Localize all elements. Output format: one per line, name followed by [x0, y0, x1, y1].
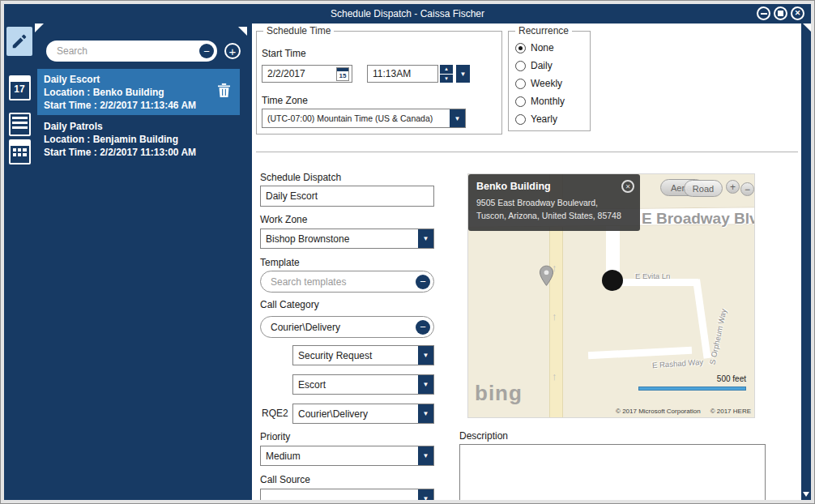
radio-icon [515, 79, 526, 89]
title-bar[interactable]: Schedule Dispatch - Caissa Fischer ✕ [4, 4, 811, 23]
collapse-corner-icon [803, 23, 811, 32]
item-title: Daily Escort [44, 73, 233, 86]
work-zone-label: Work Zone [260, 214, 307, 225]
minus-icon: − [745, 185, 750, 194]
template-search-input[interactable] [261, 276, 416, 288]
window-frame: Schedule Dispatch - Caissa Fischer ✕ 17 [0, 0, 815, 504]
restore-button[interactable] [774, 6, 787, 20]
minimize-button[interactable] [757, 6, 770, 20]
chevron-down-icon: ▼ [418, 489, 433, 500]
window-title: Schedule Dispatch - Caissa Fischer [331, 8, 484, 19]
calendar-17-icon: 17 [9, 75, 31, 100]
rqe2-value: Courier\Delivery [293, 408, 418, 420]
map-scale-bar [638, 387, 746, 391]
road-label-broadway: E Broadway Blv [642, 210, 755, 228]
chevron-down-icon: ▼ [418, 375, 433, 394]
map-road-rashad [588, 347, 692, 360]
chevron-down-icon: ▼ [460, 70, 467, 78]
scroll-down-icon[interactable] [803, 492, 809, 497]
description-label: Description [459, 430, 508, 442]
zoom-in-button[interactable]: + [726, 180, 740, 194]
calendar-agenda-tool[interactable] [6, 112, 32, 137]
map-pin-icon[interactable] [539, 265, 554, 287]
item-title: Daily Patrols [44, 120, 233, 133]
rqe2-dropdown[interactable]: Courier\Delivery ▼ [292, 404, 434, 424]
start-date-value: 2/2/2017 [267, 68, 305, 79]
map-scale-label: 500 feet [717, 374, 746, 383]
radio-selected-icon [515, 43, 526, 53]
calendar-picker-icon[interactable]: 15 [336, 67, 349, 81]
subtype-dropdown[interactable]: Escort ▼ [292, 374, 434, 395]
recurrence-option-weekly[interactable]: Weekly [515, 77, 562, 90]
clear-search-button[interactable]: − [199, 44, 214, 58]
start-time-field[interactable]: 11:13AM [367, 65, 438, 83]
close-icon: ✕ [795, 10, 801, 17]
window-controls: ✕ [757, 6, 804, 20]
radio-icon [515, 96, 526, 107]
recurrence-option-yearly[interactable]: Yearly [515, 113, 557, 126]
vertical-scrollbar[interactable] [801, 23, 811, 500]
road-label-evita: E Evita Ln [635, 271, 670, 280]
recurrence-option-monthly[interactable]: Monthly [515, 95, 565, 108]
left-toolbar: 17 [4, 23, 35, 500]
delete-icon[interactable] [218, 83, 230, 98]
close-button[interactable]: ✕ [791, 6, 804, 20]
minus-icon: − [203, 46, 210, 57]
call-source-dropdown[interactable]: ▼ [260, 489, 434, 500]
description-textarea[interactable] [459, 444, 766, 500]
agenda-icon [9, 113, 31, 136]
spin-up-icon: ▲ [444, 66, 449, 71]
spin-up-button[interactable]: ▲ [440, 65, 453, 74]
location-callout: Benko Building ✕ 9505 East Broadway Boul… [468, 174, 640, 231]
recurrence-option-none[interactable]: None [515, 41, 554, 54]
collapse-arrow-icon[interactable] [238, 27, 247, 36]
map-copyright: © 2017 Microsoft Corporation © 2017 HERE [616, 408, 751, 415]
road-view-button[interactable]: Road [684, 180, 723, 197]
list-item[interactable]: Daily Patrols Location : Benjamin Buildi… [37, 116, 240, 162]
priority-dropdown[interactable]: Medium ▼ [260, 446, 434, 466]
subcategory-dropdown[interactable]: Security Request ▼ [292, 345, 434, 365]
edit-schedule-tool[interactable] [6, 27, 32, 56]
plus-icon: + [730, 182, 736, 192]
section-divider [256, 152, 798, 152]
time-dropdown-button[interactable]: ▼ [456, 65, 470, 83]
clear-call-category-button[interactable]: − [416, 320, 430, 335]
pen-icon [11, 32, 28, 50]
recurrence-group: Recurrence None Daily Weekly Monthly Yea… [508, 31, 591, 131]
list-item[interactable]: Daily Escort Location : Benko Building S… [37, 69, 240, 115]
calendar-month-tool[interactable] [6, 139, 32, 165]
item-location: Location : Benko Building [44, 86, 233, 99]
location-marker[interactable] [602, 270, 623, 291]
road-label-orpheum: S Orpheum Way [706, 304, 728, 369]
time-zone-dropdown[interactable]: (UTC-07:00) Mountain Time (US & Canada) … [262, 109, 466, 128]
schedule-time-group: Schedule Time Start Time 2/2/2017 15 11:… [256, 31, 502, 135]
item-start-time: Start Time : 2/2/2017 11:13:00 AM [44, 146, 233, 159]
start-date-field[interactable]: 2/2/2017 15 [262, 65, 352, 83]
priority-value: Medium [261, 451, 418, 462]
callout-close-button[interactable]: ✕ [621, 180, 634, 193]
bing-map[interactable]: ↑ ↑ ↑ E Broadway Blv E Evita Ln E Rashad… [467, 173, 755, 418]
callout-title: Benko Building [476, 181, 632, 192]
collapse-corner-icon[interactable] [35, 23, 44, 32]
close-icon: ✕ [625, 183, 631, 190]
zoom-out-button[interactable]: − [740, 182, 754, 196]
template-label: Template [260, 257, 300, 268]
spin-down-button[interactable]: ▼ [440, 75, 453, 83]
schedule-search: − [46, 41, 217, 62]
clear-template-button[interactable]: − [416, 275, 430, 289]
add-schedule-button[interactable]: + [224, 43, 241, 59]
road-arrow-icon: ↑ [552, 310, 557, 322]
chevron-down-icon: ▼ [450, 109, 465, 127]
priority-label: Priority [260, 431, 290, 442]
call-category-field[interactable]: Courier\Delivery − [260, 316, 434, 338]
chevron-down-icon: ▼ [418, 404, 433, 423]
radio-icon [515, 61, 526, 71]
calendar-day-tool[interactable]: 17 [6, 75, 32, 101]
recurrence-option-daily[interactable]: Daily [515, 59, 553, 72]
minus-icon: − [420, 276, 426, 287]
search-input[interactable] [46, 45, 199, 57]
work-zone-dropdown[interactable]: Bishop Brownstone ▼ [260, 229, 434, 249]
schedule-dispatch-input[interactable] [260, 186, 434, 207]
restore-icon [778, 11, 783, 16]
schedule-list-panel: − + Daily Escort Location : Benko Buildi… [35, 23, 252, 500]
